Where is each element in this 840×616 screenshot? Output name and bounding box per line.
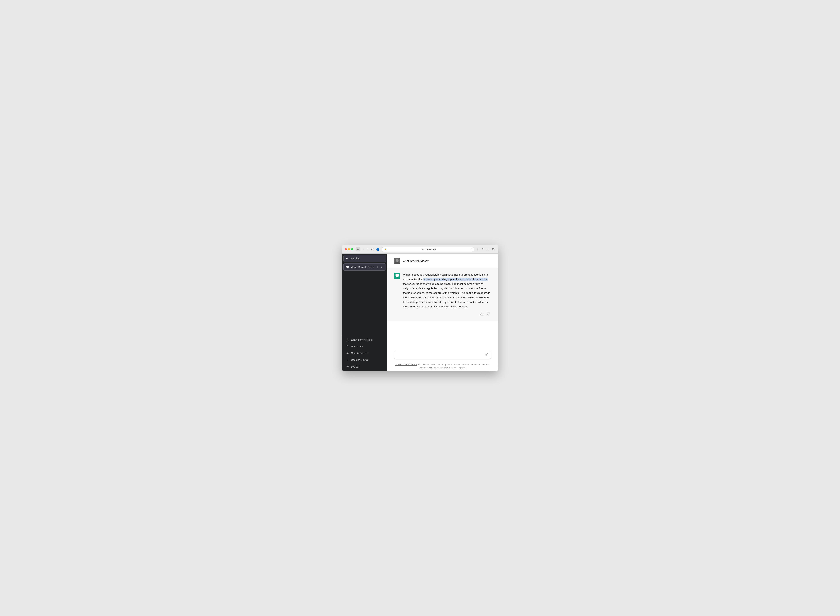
- clear-conversations-label: Clear conversations: [351, 339, 372, 341]
- gpt-logo-icon: [395, 273, 399, 278]
- send-button[interactable]: [484, 352, 488, 357]
- user-message-text: what is weight decay: [403, 258, 429, 263]
- download-button[interactable]: ⬇: [475, 247, 480, 252]
- forward-button[interactable]: ›: [366, 247, 369, 252]
- sidebar-bottom: 🗑 Clear conversations ☽ Dark mode ◉ Open…: [342, 335, 387, 371]
- address-bar[interactable]: 🔒 chat.openai.com ↺: [382, 247, 474, 252]
- chat-history-actions: ✎ 🗑: [376, 265, 383, 269]
- url-text: chat.openai.com: [388, 248, 468, 251]
- sidebar-item-clear[interactable]: 🗑 Clear conversations: [343, 337, 386, 343]
- thumbs-down-button[interactable]: [486, 312, 491, 317]
- logout-icon: ⇥: [346, 365, 349, 368]
- assistant-message-text: Weight decay is a regularization techniq…: [403, 273, 491, 309]
- chat-history-item[interactable]: 💬 Weight Decay In Neura ✎ 🗑: [343, 263, 386, 271]
- shield-icon-button[interactable]: 🛡: [371, 248, 374, 251]
- thumbs-up-button[interactable]: [479, 312, 484, 317]
- message-actions: [403, 312, 491, 317]
- discord-label: OpenAI Discord: [351, 352, 368, 355]
- avatar-image: [394, 258, 400, 264]
- updates-label: Updates & FAQ: [351, 359, 368, 361]
- browser-toolbar: ⊟ ‹ › 🛡 🔵 🔒 chat.openai.com ↺ ⬇: [345, 247, 495, 254]
- close-button[interactable]: [345, 248, 347, 250]
- new-tab-button[interactable]: ＋: [485, 247, 490, 252]
- delete-chat-button[interactable]: 🗑: [380, 265, 383, 269]
- back-button[interactable]: ‹: [362, 247, 365, 252]
- sidebar-item-dark-mode[interactable]: ☽ Dark mode: [343, 343, 386, 350]
- main-content: what is weight decay Weight decay is a: [387, 254, 498, 371]
- browser-chrome: ⊟ ‹ › 🛡 🔵 🔒 chat.openai.com ↺ ⬇: [342, 245, 498, 254]
- new-chat-button[interactable]: + New chat: [343, 255, 386, 262]
- sidebar: + New chat 💬 Weight Decay In Neura ✎ 🗑 🗑: [342, 254, 387, 371]
- sidebar-top: + New chat 💬 Weight Decay In Neura ✎ 🗑: [342, 254, 387, 335]
- reload-button[interactable]: ↺: [469, 248, 472, 251]
- svg-point-1: [396, 259, 399, 262]
- assistant-message: Weight decay is a regularization techniq…: [387, 268, 498, 321]
- sidebar-item-discord[interactable]: ◉ OpenAI Discord: [343, 350, 386, 356]
- browser-window: ⊟ ‹ › 🛡 🔵 🔒 chat.openai.com ↺ ⬇: [342, 245, 498, 371]
- edit-chat-button[interactable]: ✎: [376, 265, 379, 269]
- footer: ChatGPT Jan 9 Version. Free Research Pre…: [387, 362, 498, 371]
- footer-text: . Free Research Preview. Our goal is to …: [417, 363, 490, 369]
- response-text-part2: that encourages the weights to be small.…: [403, 282, 490, 308]
- plus-icon: +: [346, 257, 347, 260]
- assistant-avatar: [394, 273, 400, 279]
- sidebar-toggle-button[interactable]: ⊟: [356, 247, 360, 251]
- user-avatar: [394, 258, 400, 264]
- chat-input[interactable]: [397, 353, 484, 357]
- extension-button[interactable]: 🔵: [375, 247, 380, 252]
- app-container: + New chat 💬 Weight Decay In Neura ✎ 🗑 🗑: [342, 254, 498, 371]
- minimize-button[interactable]: [348, 248, 350, 250]
- browser-actions: ⬇ ⬆ ＋ ⧉: [475, 247, 495, 252]
- sidebar-item-updates[interactable]: ↗ Updates & FAQ: [343, 356, 386, 363]
- chat-bubble-icon: 💬: [346, 265, 349, 268]
- extension-icon: 🔵: [376, 248, 380, 251]
- tab-overview-button[interactable]: ⧉: [491, 247, 495, 252]
- dark-mode-label: Dark mode: [351, 345, 363, 348]
- response-text-highlighted: It is a way of adding a penalty term to …: [424, 278, 488, 281]
- new-chat-label: New chat: [349, 257, 359, 260]
- version-link[interactable]: ChatGPT Jan 9 Version: [395, 363, 417, 366]
- sidebar-item-logout[interactable]: ⇥ Log out: [343, 363, 386, 370]
- input-area: [387, 348, 498, 362]
- traffic-lights: [345, 248, 353, 250]
- share-button[interactable]: ⬆: [481, 247, 485, 252]
- discord-icon: ◉: [346, 352, 349, 355]
- chat-messages: what is weight decay Weight decay is a: [387, 254, 498, 348]
- trash-icon: 🗑: [346, 338, 349, 342]
- lock-icon: 🔒: [384, 248, 387, 250]
- navigation-buttons: ‹ ›: [362, 247, 369, 252]
- logout-label: Log out: [351, 365, 359, 368]
- user-message: what is weight decay: [387, 254, 498, 268]
- chat-history-item-label: Weight Decay In Neura: [351, 266, 374, 268]
- moon-icon: ☽: [346, 345, 349, 348]
- maximize-button[interactable]: [351, 248, 353, 250]
- sidebar-toggle-icon: ⊟: [357, 248, 359, 251]
- input-container: [394, 351, 491, 359]
- external-link-icon: ↗: [346, 358, 349, 361]
- assistant-message-content: Weight decay is a regularization techniq…: [403, 273, 491, 317]
